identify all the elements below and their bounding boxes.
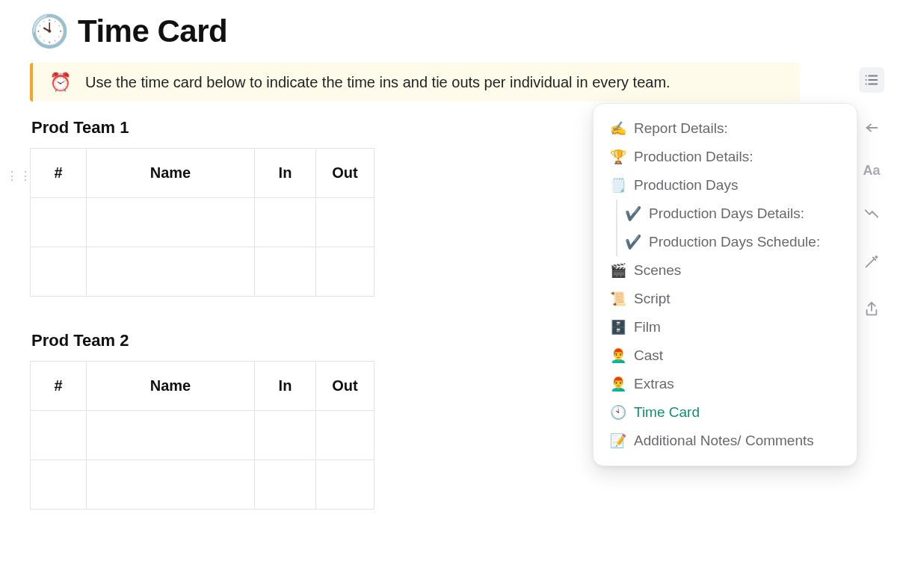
outline-item-production-days[interactable]: 🗒️ Production Days [599, 171, 851, 199]
outdent-button[interactable] [859, 115, 884, 140]
outline-item-additional-notes[interactable]: 📝 Additional Notes/ Comments [599, 427, 851, 455]
ai-assist-button[interactable] [859, 201, 884, 226]
col-header-in: In [255, 362, 316, 411]
outline-item-time-card[interactable]: 🕙 Time Card [599, 398, 851, 427]
person-icon: 👨‍🦰 [610, 347, 626, 364]
cell[interactable] [255, 460, 316, 510]
check-icon: ✔️ [625, 234, 641, 250]
auto-format-button[interactable] [859, 249, 884, 274]
memo-icon: 📝 [610, 433, 626, 449]
page-title: Time Card [78, 13, 227, 49]
cell[interactable] [87, 411, 255, 460]
zigzag-icon [863, 205, 880, 222]
col-header-in: In [255, 149, 316, 198]
outline-item-production-days-schedule[interactable]: ✔️ Production Days Schedule: [599, 228, 851, 256]
outline-item-label: Production Details: [634, 149, 753, 165]
outline-item-production-details[interactable]: 🏆 Production Details: [599, 143, 851, 171]
outline-item-cast[interactable]: 👨‍🦰 Cast [599, 341, 851, 370]
callout-text: Use the time card below to indicate the … [85, 74, 671, 91]
outline-item-production-days-details[interactable]: ✔️ Production Days Details: [599, 199, 851, 228]
cell[interactable] [255, 198, 316, 247]
outline-item-label: Script [634, 291, 671, 307]
notepad-icon: 🗒️ [610, 177, 626, 194]
outline-item-label: Cast [634, 347, 663, 364]
callout-block[interactable]: ⏰ Use the time card below to indicate th… [30, 63, 800, 102]
person-icon: 👨‍🦰 [610, 376, 626, 392]
timecard-table-team1[interactable]: # Name In Out [30, 148, 374, 297]
outline-item-label: Additional Notes/ Comments [634, 433, 814, 449]
table-row[interactable] [31, 460, 374, 510]
page-title-icon: 🕙 [30, 16, 69, 47]
col-header-out: Out [316, 362, 374, 411]
outline-panel[interactable]: ✍️ Report Details: 🏆 Production Details:… [593, 103, 857, 466]
outline-toggle-button[interactable] [859, 67, 884, 93]
cell[interactable] [316, 460, 374, 510]
trophy-icon: 🏆 [610, 149, 626, 165]
cell[interactable] [31, 247, 87, 297]
drag-handle-icon[interactable]: ⋮⋮ [6, 169, 33, 183]
share-button[interactable] [859, 297, 884, 322]
magic-wand-icon [863, 253, 880, 270]
outline-item-film[interactable]: 🗄️ Film [599, 313, 851, 341]
outline-item-extras[interactable]: 👨‍🦰 Extras [599, 370, 851, 398]
cell[interactable] [87, 460, 255, 510]
cell[interactable] [316, 247, 374, 297]
outline-icon [863, 72, 880, 88]
col-header-number: # [31, 362, 87, 411]
table-row[interactable] [31, 198, 374, 247]
timecard-table-team2[interactable]: # Name In Out [30, 361, 374, 510]
outdent-icon [863, 120, 880, 136]
col-header-out: Out [316, 149, 374, 198]
table-row[interactable] [31, 247, 374, 297]
scroll-icon: 📜 [610, 291, 626, 307]
cell[interactable] [316, 411, 374, 460]
file-cabinet-icon: 🗄️ [610, 319, 626, 335]
table-header-row: # Name In Out [31, 149, 374, 198]
cell[interactable] [87, 247, 255, 297]
clock-icon: 🕙 [610, 404, 626, 421]
writing-hand-icon: ✍️ [610, 120, 626, 137]
outline-item-label: Production Days Schedule: [649, 234, 820, 250]
cell[interactable] [316, 198, 374, 247]
cell[interactable] [31, 198, 87, 247]
outline-item-label: Extras [634, 376, 674, 392]
outline-item-label: Scenes [634, 262, 681, 279]
cell[interactable] [87, 198, 255, 247]
outline-item-script[interactable]: 📜 Script [599, 285, 851, 313]
table-row[interactable] [31, 411, 374, 460]
outline-item-label: Report Details: [634, 120, 728, 137]
outline-item-label: Time Card [634, 404, 700, 421]
outline-item-scenes[interactable]: 🎬 Scenes [599, 256, 851, 285]
outline-item-label: Film [634, 319, 661, 335]
col-header-name: Name [87, 149, 255, 198]
text-style-button[interactable]: Aa [863, 163, 880, 179]
alarm-clock-icon: ⏰ [49, 73, 72, 91]
outline-item-report-details[interactable]: ✍️ Report Details: [599, 114, 851, 143]
cell[interactable] [255, 411, 316, 460]
col-header-number: # [31, 149, 87, 198]
outline-item-label: Production Days [634, 177, 738, 194]
col-header-name: Name [87, 362, 255, 411]
clapper-icon: 🎬 [610, 262, 626, 279]
cell[interactable] [31, 411, 87, 460]
cell[interactable] [255, 247, 316, 297]
cell[interactable] [31, 460, 87, 510]
table-header-row: # Name In Out [31, 362, 374, 411]
page-title-row: 🕙 Time Card [30, 13, 867, 49]
outline-item-label: Production Days Details: [649, 205, 804, 222]
right-action-rail: Aa [855, 67, 888, 322]
share-icon [863, 301, 880, 318]
check-icon: ✔️ [625, 205, 641, 222]
